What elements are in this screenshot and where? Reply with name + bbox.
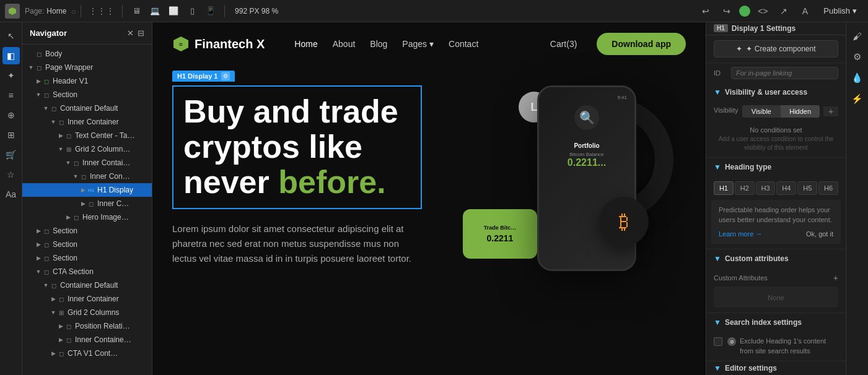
nav-link-contact[interactable]: Contact <box>449 39 478 49</box>
heading-type-chevron: ▼ <box>714 163 721 171</box>
custom-attrs-none-box: None <box>714 287 838 308</box>
laptop-icon[interactable]: 💻 <box>146 4 164 19</box>
cursor-icon[interactable]: ↖ <box>2 27 20 45</box>
export-icon[interactable]: ↗ <box>775 2 792 20</box>
hidden-button[interactable]: Hidden <box>781 105 820 118</box>
undo-icon[interactable]: ↩ <box>697 2 714 20</box>
nav-item-section3[interactable]: ▶ ◻ Section <box>22 238 152 251</box>
tablet-icon[interactable]: ⬜ <box>165 4 182 19</box>
badge-settings-icon[interactable]: ⚙ <box>221 72 230 80</box>
nav-item-section2[interactable]: ▶ ◻ Section <box>22 224 152 238</box>
nav-link-pages[interactable]: Pages ▾ <box>402 39 434 49</box>
nav-item-header-v1[interactable]: ▶ ◻ Header V1 <box>22 74 152 88</box>
label-s2: Section <box>53 226 147 235</box>
nav-item-h1-display[interactable]: ▶ H1 H1 Display <box>22 183 152 197</box>
nav-item-inner-c[interactable]: ▶ ◻ Inner C… <box>22 197 152 210</box>
components-icon[interactable]: ✦ <box>2 67 20 84</box>
logo-icon: ≈ <box>172 35 190 53</box>
cms-icon[interactable]: Aa <box>2 186 20 203</box>
close-navigator-icon[interactable]: ✕ <box>127 28 134 38</box>
h1-button[interactable]: H1 <box>714 181 734 195</box>
learn-more-link[interactable]: Learn more → <box>719 229 762 239</box>
hero-image-area: L Trade Bitc… 0.2211 9:41 🔍 <box>437 85 686 271</box>
layers-icon[interactable]: ◧ <box>2 47 20 64</box>
nav-item-inner-con[interactable]: ▼ ◻ Inner Con… <box>22 170 152 183</box>
arrow-h1d: ▶ <box>79 187 87 193</box>
exclude-checkbox[interactable] <box>714 337 722 346</box>
hero-heading: Buy and trade cryptos like never before. <box>172 85 422 209</box>
code-icon[interactable]: <> <box>754 2 771 20</box>
icon-tc: ◻ <box>64 132 73 139</box>
h6-button[interactable]: H6 <box>818 181 838 195</box>
nav-item-body[interactable]: ◻ Body <box>22 47 152 61</box>
nav-link-home[interactable]: Home <box>294 39 317 49</box>
nav-item-hero-image[interactable]: ▶ ◻ Hero Image… <box>22 210 152 224</box>
create-component-row: ✦ ✦ Create component <box>706 35 846 63</box>
heading-buttons: H1 H2 H3 H4 H5 H6 <box>714 181 838 195</box>
check-with-icon: ⊘ Exclude Heading 1's content from site … <box>727 337 838 356</box>
icon-g2c: ⊞ <box>57 309 66 316</box>
nav-item-container-default[interactable]: ▼ ◻ Container Default <box>22 101 152 115</box>
navigator-header: Navigator ✕ ⊟ <box>22 22 152 45</box>
nav-item-page-wrapper[interactable]: ▼ ◻ Page Wrapper <box>22 61 152 74</box>
icon-pr: ◻ <box>64 323 73 330</box>
arrow-tc: ▶ <box>57 132 64 139</box>
nav-item-section1[interactable]: ▼ ◻ Section <box>22 88 152 101</box>
visibility-section-header[interactable]: ▼ Visibility & user access <box>706 83 846 101</box>
nav-item-cta-section[interactable]: ▼ ◻ CTA Section <box>22 265 152 278</box>
plugins-icon[interactable]: ☆ <box>2 166 20 183</box>
apps-icon[interactable]: ⊞ <box>2 126 20 144</box>
drop-icon[interactable]: 💧 <box>849 69 866 87</box>
nav-item-text-center[interactable]: ▶ ◻ Text Center - Ta… <box>22 129 152 142</box>
nav-item-inner-containe[interactable]: ▶ ◻ Inner Containe… <box>22 333 152 347</box>
store-icon[interactable]: 🛒 <box>2 146 20 163</box>
h5-button[interactable]: H5 <box>797 181 817 195</box>
nav-link-blog[interactable]: Blog <box>370 39 387 49</box>
arrow-ic5: ▶ <box>50 296 57 302</box>
navigator-header-icons: ✕ ⊟ <box>127 28 144 38</box>
custom-attrs-none: None <box>768 294 784 301</box>
navigator-title: Navigator <box>30 28 67 38</box>
nav-item-inner-container2[interactable]: ▶ ◻ Inner Container <box>22 292 152 306</box>
text-style-icon[interactable]: A <box>796 2 813 20</box>
nav-item-grid2[interactable]: ▼ ⊞ Grid 2 Column… <box>22 142 152 156</box>
nav-item-position-relati[interactable]: ▶ ◻ Position Relati… <box>22 319 152 333</box>
divider3 <box>224 5 225 17</box>
custom-attrs-header[interactable]: ▼ Custom attributes <box>706 249 846 268</box>
heading-info-text: Predictable heading order helps your use… <box>719 206 832 224</box>
h4-button[interactable]: H4 <box>776 181 796 195</box>
green-card-amount: 0.2211 <box>487 233 514 243</box>
nav-item-cta-v1[interactable]: ▶ ◻ CTA V1 Cont… <box>22 347 152 360</box>
more-options-icon[interactable]: ⋮⋮⋮ <box>86 6 117 16</box>
visibility-add-button[interactable]: + <box>823 106 838 116</box>
h3-button[interactable]: H3 <box>756 181 776 195</box>
mobile-icon[interactable]: 📱 <box>202 4 219 19</box>
download-app-button[interactable]: Download app <box>597 33 686 55</box>
heading-type-header[interactable]: ▼ Heading type <box>706 158 846 176</box>
nav-item-container-default2[interactable]: ▼ ◻ Container Default <box>22 278 152 292</box>
ok-got-it-button[interactable]: Ok, got it <box>806 229 833 239</box>
brush-icon[interactable]: 🖌 <box>849 27 866 45</box>
search-index-header[interactable]: ▼ Search index settings <box>706 313 846 332</box>
nav-item-section4[interactable]: ▶ ◻ Section <box>22 251 152 265</box>
create-component-button[interactable]: ✦ ✦ Create component <box>714 40 838 58</box>
h2-button[interactable]: H2 <box>735 181 755 195</box>
lightning-icon[interactable]: ⚡ <box>849 90 866 108</box>
nav-link-about[interactable]: About <box>333 39 356 49</box>
expand-navigator-icon[interactable]: ⊟ <box>138 28 144 38</box>
custom-attrs-add-button[interactable]: + <box>833 273 838 283</box>
nav-item-grid2columns[interactable]: ▼ ⊞ Grid 2 Columns <box>22 306 152 319</box>
visible-button[interactable]: Visible <box>742 105 781 118</box>
arrow-ice: ▶ <box>57 337 64 343</box>
redo-icon[interactable]: ↪ <box>718 2 735 20</box>
desktop-icon[interactable]: 🖥 <box>128 4 145 19</box>
id-input[interactable] <box>731 67 838 79</box>
cart-button[interactable]: Cart(3) <box>550 39 577 49</box>
publish-button[interactable]: Publish ▾ <box>817 4 863 18</box>
nav-item-inner-container1[interactable]: ▼ ◻ Inner Container <box>22 115 152 129</box>
settings-icon[interactable]: ⚙ <box>849 48 866 66</box>
tablet-portrait-icon[interactable]: ▯ <box>183 4 201 19</box>
add-icon[interactable]: ⊕ <box>2 106 20 124</box>
pages-icon[interactable]: ≡ <box>2 87 20 104</box>
nav-item-inner-contai[interactable]: ▼ ◻ Inner Contai… <box>22 156 152 170</box>
